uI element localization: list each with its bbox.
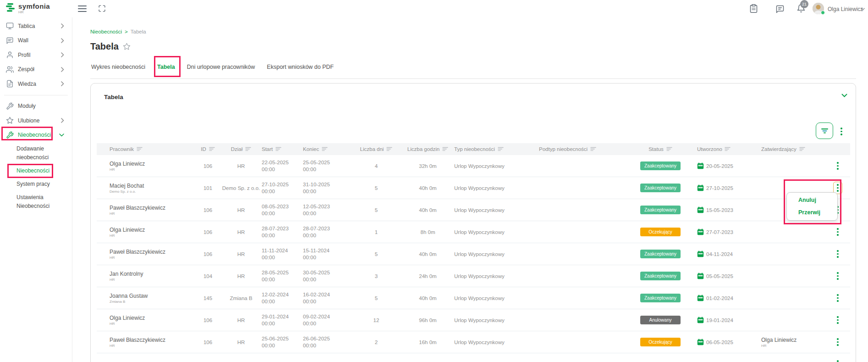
- panel-collapse-chevron-down-icon[interactable]: [841, 94, 847, 97]
- start-cell: 08-05-202300:00: [262, 203, 303, 217]
- created-cell: 15-05-2023: [697, 206, 761, 213]
- row-kebab-menu-icon[interactable]: [836, 293, 840, 303]
- row-actions-cell: [825, 359, 850, 362]
- sidebar: TablicaWallProfilZespółWiedzaModułyUlubi…: [0, 17, 72, 362]
- employee-cell: Olga LiniewiczHR: [97, 315, 195, 326]
- table-row: Paweł BłaszczykiewiczHR106HR25-06-202500…: [97, 331, 850, 353]
- hours-count-cell: 16h 0m: [401, 340, 454, 345]
- fullscreen-icon[interactable]: [98, 5, 106, 12]
- sort-icon[interactable]: [322, 147, 328, 151]
- absence-type-cell: Urlop Wypoczynkowy: [454, 340, 539, 345]
- tab-eksport-wnioskow-do-pdf[interactable]: Eksport wniosków do PDF: [267, 64, 334, 70]
- department-cell: HR: [220, 251, 262, 257]
- calendar-icon: [697, 162, 704, 169]
- user-menu-chevron-down-icon[interactable]: [861, 8, 865, 11]
- table-row: Jan KontrolnyHR104HR28-05-202500:0030-05…: [97, 265, 850, 287]
- date: 15-11-2024: [303, 247, 351, 254]
- hamburger-menu-icon[interactable]: [78, 6, 87, 12]
- favorite-star-icon[interactable]: [123, 43, 131, 50]
- sidebar-subitem-label: System pracy: [16, 180, 59, 189]
- sidebar-item-label: Wall: [18, 37, 28, 44]
- date: 29-01-2024: [262, 313, 303, 320]
- sort-icon[interactable]: [666, 147, 672, 151]
- row-kebab-menu-icon[interactable]: [836, 227, 840, 237]
- status-cell: Zaakceptowany: [624, 250, 697, 258]
- row-kebab-menu-icon[interactable]: [836, 359, 840, 362]
- column-header-label: Koniec: [303, 146, 319, 152]
- row-actions-cell: [825, 337, 850, 347]
- panel-kebab-menu-icon[interactable]: [840, 127, 843, 136]
- created-date: 05-05-2025: [706, 273, 733, 279]
- row-kebab-menu-icon[interactable]: [836, 337, 840, 347]
- row-kebab-menu-icon[interactable]: [836, 315, 840, 325]
- absences-table: PracownikIDDziałStartKoniecLiczba dniLic…: [97, 143, 850, 362]
- time: 00:00: [262, 232, 303, 239]
- tab-tabela[interactable]: Tabela: [157, 64, 175, 70]
- sidebar-subitem-nieobecnosci[interactable]: Nieobecności: [0, 164, 72, 178]
- breadcrumb-parent-link[interactable]: Nieobecności: [90, 29, 122, 34]
- sidebar-subitem-system-pracy[interactable]: System pracy: [0, 178, 72, 191]
- status-cell: Zaakceptowany: [624, 206, 697, 214]
- sort-icon[interactable]: [275, 147, 281, 151]
- topbar: symfonia HR 21 Olga Liniewicz: [0, 0, 868, 17]
- sidebar-item-zespol[interactable]: Zespół: [0, 62, 72, 77]
- sidebar-item-wiedza[interactable]: Wiedza: [0, 77, 72, 91]
- calendar-icon: [697, 184, 704, 191]
- symfonia-logo[interactable]: symfonia HR: [5, 2, 50, 14]
- context-menu-item-anuluj[interactable]: Anuluj: [798, 197, 837, 203]
- employee-cell: Maciej BochatDemo Sp. z o.o.: [97, 183, 195, 194]
- sidebar-item-tablica[interactable]: Tablica: [0, 19, 72, 33]
- sort-icon[interactable]: [725, 147, 731, 151]
- department-cell: Demo Sp. z o.o.: [220, 185, 262, 191]
- sort-icon[interactable]: [386, 147, 392, 151]
- sidebar-item-profil[interactable]: Profil: [0, 48, 72, 62]
- tab-dni-urlopowe-pracownikow[interactable]: Dni urlopowe pracowników: [187, 64, 255, 70]
- created-date: 27-07-2023: [706, 229, 733, 235]
- time: 00:00: [262, 342, 303, 349]
- column-header-10: Status: [624, 146, 697, 152]
- notifications-bell-icon[interactable]: 21: [797, 3, 806, 13]
- messages-icon[interactable]: [775, 5, 785, 14]
- sidebar-subitem-dodawanie-nieobecnosci[interactable]: Dodawanie nieobecności: [0, 142, 72, 164]
- sort-icon[interactable]: [442, 147, 448, 151]
- row-actions-cell: [825, 293, 850, 303]
- row-kebab-menu-icon[interactable]: [836, 161, 840, 171]
- sidebar-item-ulubione[interactable]: Ulubione: [0, 113, 72, 128]
- employee-id-cell: 106: [195, 229, 220, 235]
- chevron-right-icon: [61, 67, 64, 72]
- sidebar-subitem-ustawienia-nieobecnosci[interactable]: Ustawienia Nieobecności: [0, 191, 72, 213]
- time: 00:00: [262, 166, 303, 173]
- sort-icon[interactable]: [498, 147, 504, 151]
- tasks-clipboard-icon[interactable]: [749, 4, 758, 13]
- created-date: 06-05-2025: [706, 340, 733, 345]
- sort-icon[interactable]: [245, 147, 251, 151]
- time: 00:00: [303, 276, 351, 283]
- row-kebab-menu-icon[interactable]: [836, 249, 840, 259]
- sort-icon[interactable]: [590, 147, 596, 151]
- breadcrumb: Nieobecności>Tabela: [90, 29, 146, 34]
- time: 00:00: [303, 254, 351, 261]
- sidebar-item-wall[interactable]: Wall: [0, 33, 72, 48]
- user-menu[interactable]: Olga Liniewicz: [828, 6, 863, 12]
- sort-icon[interactable]: [137, 147, 143, 151]
- employee-name: Joanna Gustaw: [110, 293, 195, 299]
- filter-button[interactable]: [816, 123, 833, 139]
- row-kebab-menu-icon[interactable]: [836, 271, 840, 281]
- date: 12-05-2023: [303, 203, 351, 210]
- hours-count-cell: 32h 0m: [401, 163, 454, 169]
- column-header-1: Pracownik: [97, 146, 195, 152]
- status-cell: Zaakceptowany: [624, 272, 697, 280]
- favorites-icon: [6, 117, 14, 124]
- status-badge: Zaakceptowany: [640, 294, 681, 302]
- sidebar-item-nieobecnosci[interactable]: Nieobecności: [0, 128, 72, 143]
- sort-icon[interactable]: [799, 147, 805, 151]
- modules-icon: [6, 102, 14, 110]
- tab-wykres-nieobecnosci[interactable]: Wykres nieobecności: [91, 64, 145, 70]
- time: 00:00: [262, 320, 303, 327]
- employee-name: Olga Liniewicz: [110, 315, 195, 321]
- sort-icon[interactable]: [209, 147, 215, 151]
- table-row: Olga LiniewiczHR106HR28-07-202300:0028-0…: [97, 221, 850, 243]
- context-menu-item-przerwij[interactable]: Przerwij: [798, 209, 837, 216]
- start-cell: 27-10-202500:00: [262, 181, 303, 195]
- sidebar-item-moduly[interactable]: Moduły: [0, 99, 72, 114]
